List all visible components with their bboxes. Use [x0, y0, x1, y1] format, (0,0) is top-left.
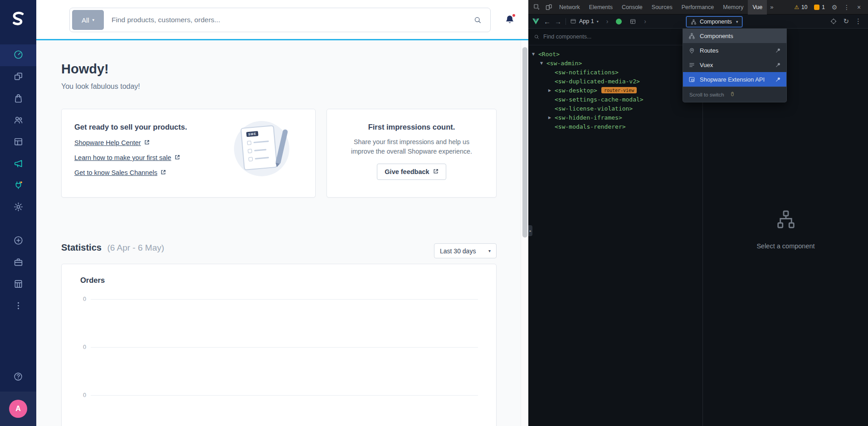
breadcrumb-chevron-icon: ›: [606, 18, 609, 25]
component-tag: <sw-duplicated-media-v2>: [555, 78, 640, 85]
issues-icon: [814, 5, 819, 10]
tab-console[interactable]: Console: [617, 0, 647, 15]
tab-memory[interactable]: Memory: [718, 0, 748, 15]
scrollbar-thumb[interactable]: [522, 47, 527, 237]
tree-node-root[interactable]: ▼ <Root>: [528, 49, 702, 58]
sidebar-item-services[interactable]: [0, 252, 36, 274]
menu-item-vuex[interactable]: Vuex: [683, 58, 786, 72]
orders-chart-card: Orders 0 0 0: [61, 264, 497, 426]
tab-elements[interactable]: Elements: [585, 0, 617, 15]
tab-vue[interactable]: Vue: [748, 0, 767, 15]
tree-node-sw-hidden-iframes[interactable]: ▶ <sw-hidden-iframes>: [528, 113, 702, 122]
inspector-dropdown-menu: Components Routes Vuex Shopware Extensio…: [683, 29, 787, 102]
sidebar-item-add[interactable]: [0, 230, 36, 252]
page-subtitle: You look fabulous today!: [61, 82, 140, 91]
y-axis-tick: 0: [73, 344, 86, 350]
first-sale-link[interactable]: Learn how to make your first sale: [74, 154, 180, 161]
give-feedback-button[interactable]: Give feedback: [377, 164, 446, 180]
dashboard-content: Howdy! You look fabulous today! Get read…: [36, 40, 521, 426]
pin-icon[interactable]: [775, 77, 781, 82]
tree-node-sw-modals-renderer[interactable]: <sw-modals-renderer>: [528, 122, 702, 131]
panel-toggle-button[interactable]: ▸: [528, 225, 532, 236]
external-link-icon: [175, 154, 180, 161]
inspect-element-button[interactable]: [531, 1, 543, 13]
chevron-down-icon: ▾: [736, 19, 738, 24]
refresh-icon[interactable]: ↻: [843, 17, 849, 25]
vue-toolbar-actions: ↻ ⋮: [830, 17, 864, 25]
sales-channels-link[interactable]: Get to know Sales Channels: [74, 169, 166, 176]
pin-icon[interactable]: [775, 62, 781, 68]
sidebar-item-customers[interactable]: [0, 110, 36, 131]
expand-arrow-icon[interactable]: ▼: [532, 52, 538, 56]
sidebar-item-products[interactable]: [0, 66, 36, 88]
range-selector[interactable]: Last 30 days ▾: [434, 243, 497, 258]
menu-item-label: Routes: [700, 47, 718, 54]
app-selector[interactable]: App 1 ▾: [570, 18, 599, 24]
sidebar-item-settings[interactable]: [0, 197, 36, 218]
select-component-target-icon[interactable]: [830, 18, 837, 25]
tree-node-sw-settings-cache-modal[interactable]: <sw-settings-cache-modal>: [528, 95, 702, 104]
tree-node-sw-duplicated-media-v2[interactable]: <sw-duplicated-media-v2>: [528, 77, 702, 86]
tab-sources[interactable]: Sources: [647, 0, 677, 15]
y-axis-tick: 0: [73, 296, 86, 302]
component-tag: <sw-notifications>: [555, 69, 619, 76]
component-hierarchy-icon: [775, 209, 796, 232]
devtools-menu-icon[interactable]: ⋮: [841, 4, 852, 11]
device-toolbar-button[interactable]: [543, 1, 555, 13]
tab-performance[interactable]: Performance: [677, 0, 719, 15]
question-circle-icon: [13, 372, 23, 383]
orders-bag-icon: [13, 93, 24, 105]
menu-item-components[interactable]: Components: [683, 29, 786, 43]
feedback-card: First impressions count. Share your firs…: [327, 109, 497, 198]
expand-arrow-icon[interactable]: ▶: [548, 116, 555, 120]
sidebar-item-marketing[interactable]: [0, 153, 36, 175]
devtools-close-icon[interactable]: ×: [853, 4, 864, 11]
find-components-input[interactable]: [543, 34, 697, 40]
issues-count: 1: [822, 4, 825, 10]
notifications-button[interactable]: [503, 14, 516, 27]
devtools-controls: ⚠ 10 1 ⚙ ⋮ ×: [791, 4, 865, 11]
issues-badge[interactable]: 1: [811, 4, 828, 10]
sidebar-item-help[interactable]: [0, 367, 36, 388]
user-menu[interactable]: A: [0, 392, 36, 426]
devtools-settings-icon[interactable]: ⚙: [829, 4, 840, 11]
warnings-badge[interactable]: ⚠ 10: [791, 4, 810, 10]
sidebar-item-orders[interactable]: [0, 88, 36, 110]
tree-node-sw-notifications[interactable]: <sw-notifications>: [528, 68, 702, 77]
plugin-health-icon[interactable]: [616, 19, 622, 24]
sidebar-item-more[interactable]: [0, 295, 36, 317]
expand-arrow-icon[interactable]: ▶: [548, 88, 555, 92]
search-input[interactable]: [106, 16, 473, 24]
component-finder: [528, 29, 702, 45]
plugin-table-icon[interactable]: [629, 18, 636, 25]
inspector-selector[interactable]: Components ▾: [686, 16, 742, 27]
history-back-button[interactable]: ←: [544, 18, 551, 25]
sidebar-item-extensions[interactable]: [0, 175, 36, 197]
menu-item-shopware-extension-api[interactable]: Shopware Extension API: [683, 72, 786, 87]
inspector-selector-label: Components: [700, 19, 732, 25]
tree-node-sw-desktop[interactable]: ▶ <sw-desktop> router-view: [528, 86, 702, 95]
menu-item-routes[interactable]: Routes: [683, 43, 786, 58]
tree-node-sw-license-violation[interactable]: <sw-license-violation>: [528, 104, 702, 113]
more-tabs-icon[interactable]: »: [767, 4, 776, 10]
menu-item-label: Components: [700, 33, 733, 39]
main-scrollbar[interactable]: [521, 40, 528, 426]
external-link-icon: [144, 139, 150, 146]
dashboard-icon: [13, 49, 24, 62]
vue-menu-icon[interactable]: ⋮: [855, 17, 862, 25]
history-forward-button[interactable]: →: [555, 18, 561, 25]
help-center-link[interactable]: Shopware Help Center: [74, 139, 150, 146]
avatar[interactable]: A: [9, 400, 27, 418]
tab-network[interactable]: Network: [555, 0, 585, 15]
sidebar-item-content[interactable]: [0, 131, 36, 153]
expand-arrow-icon[interactable]: ▼: [540, 61, 546, 65]
search-filter-button[interactable]: All ▾: [72, 10, 104, 30]
sidebar-item-dashboard[interactable]: [0, 44, 36, 66]
pin-icon[interactable]: [775, 48, 781, 53]
chart-gridline: [91, 347, 478, 348]
tree-node-sw-admin[interactable]: ▼ <sw-admin>: [528, 58, 702, 68]
sidebar-item-pos[interactable]: [0, 274, 36, 295]
shopware-logo[interactable]: [0, 0, 36, 40]
shopware-logo-icon: [10, 10, 27, 29]
statistics-title: Statistics: [61, 242, 102, 252]
